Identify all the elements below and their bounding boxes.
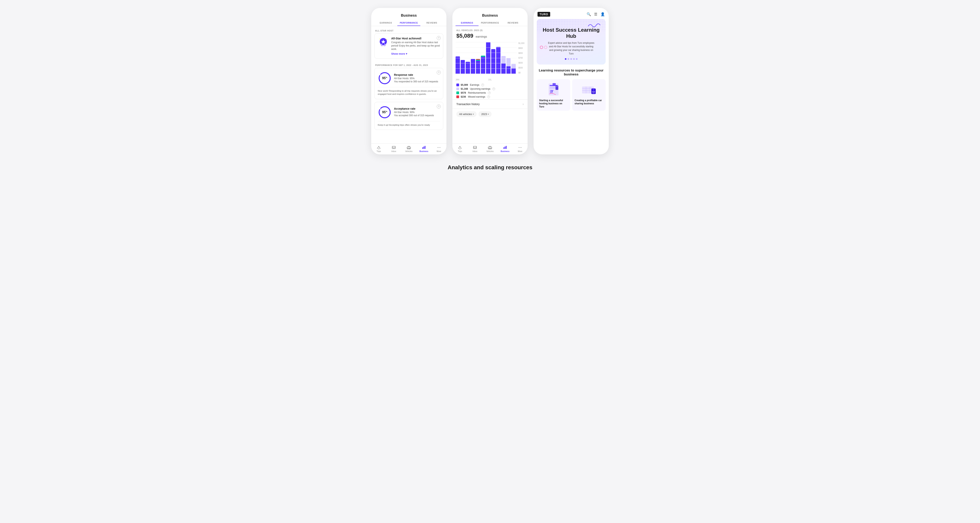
chart-bars <box>455 42 525 74</box>
nav-trips-2[interactable]: Trips <box>452 145 468 153</box>
legend-earnings: $5,089 Earnings ? <box>457 84 523 86</box>
nav-vehicles-2[interactable]: Vehicles <box>482 145 498 153</box>
filter-row: All vehicles ▾ 2023 ▾ <box>452 109 528 119</box>
legend-upcoming-label: Upcoming earnings <box>470 87 490 90</box>
legend-reimb-label: Reimbursements <box>468 91 486 94</box>
legend-upcoming-help[interactable]: ? <box>492 87 495 90</box>
menu-icon[interactable]: ☰ <box>594 12 597 16</box>
dot-4[interactable] <box>573 58 575 60</box>
nav-inbox-label-2: Inbox <box>473 150 477 153</box>
phone1-title: Business <box>401 13 417 17</box>
legend-missed-help[interactable]: ? <box>487 95 490 98</box>
nav-inbox-1[interactable]: Inbox <box>386 145 401 153</box>
nav-more-label-2: More <box>518 150 522 153</box>
tab-performance-2[interactable]: PERFORMANCE <box>479 20 501 26</box>
resource-card-1[interactable]: Starting a successful hosting business o… <box>537 79 570 111</box>
earnings-summary: ALL VEHICLES: 2023 (3) $5,089 earnings <box>452 26 528 41</box>
turo-header: TURO 🔍 ☰ 👤 <box>533 8 609 19</box>
svg-rect-16 <box>422 147 423 149</box>
nav-business-label-2: Business <box>501 150 509 153</box>
legend-earnings-help[interactable]: ? <box>481 84 484 86</box>
legend-reimb-dot <box>457 91 459 94</box>
nav-vehicles-label-2: Vehicles <box>486 150 493 153</box>
dot-1[interactable] <box>565 58 566 60</box>
phone-3: TURO 🔍 ☰ 👤 <box>533 8 609 154</box>
phone2-title: Business <box>482 13 498 17</box>
resource-card-1-image <box>539 81 568 97</box>
legend-missed: $236 Missed earnings ? <box>457 95 523 98</box>
legend-missed-dot <box>457 95 459 98</box>
phone2-header: Business <box>452 8 528 20</box>
response-description: Nice work! Responding to all trip reques… <box>378 87 440 95</box>
response-help-icon[interactable]: ? <box>437 70 441 75</box>
transaction-history-row[interactable]: Transaction history › <box>452 99 528 109</box>
phone3-content: Host Success Learning Hub Expert advice … <box>533 19 609 154</box>
svg-rect-11 <box>378 149 380 149</box>
nav-vehicles-label-1: Vehicles <box>405 150 412 153</box>
hero-section: Host Success Learning Hub Expert advice … <box>537 19 606 65</box>
filter-vehicles-button[interactable]: All vehicles ▾ <box>457 111 477 117</box>
svg-rect-40 <box>556 86 558 87</box>
svg-rect-28 <box>505 146 506 149</box>
allstar-desc: Congrats on earning All-Star Host status… <box>391 41 440 51</box>
legend-upcoming: $1,348 Upcoming earnings ? <box>457 87 523 90</box>
response-info: Response rate All-Star Hosts: 95% You re… <box>394 73 438 83</box>
transaction-arrow-icon: › <box>523 102 523 106</box>
svg-rect-29 <box>506 146 507 149</box>
svg-rect-48 <box>592 91 595 92</box>
nav-vehicles-1[interactable]: Vehicles <box>401 145 416 153</box>
search-icon[interactable]: 🔍 <box>587 12 591 16</box>
svg-point-31 <box>520 147 520 148</box>
show-more-button[interactable]: Show more ▾ <box>391 52 440 55</box>
acceptance-description: Keep it up! Accepting trips often shows … <box>378 121 440 127</box>
performance-section-label: PERFORMANCE FOR SEP 1, 2022 - AUG 31, 20… <box>371 62 447 68</box>
resource-card-2[interactable]: Creating a profitable car sharing busine… <box>572 79 606 111</box>
dot-2[interactable] <box>568 58 569 60</box>
legend-reimb-help[interactable]: ? <box>488 91 491 94</box>
turo-logo: TURO <box>538 12 550 17</box>
year-filter-arrow: ▾ <box>488 113 489 115</box>
legend-reimbursements: $578 Reimbursements ? <box>457 91 523 94</box>
allstar-help-icon[interactable]: ? <box>437 36 441 40</box>
tab-reviews-2[interactable]: REVIEWS <box>501 20 525 26</box>
user-icon[interactable]: 👤 <box>600 12 605 16</box>
svg-point-32 <box>521 147 522 148</box>
svg-point-30 <box>519 147 519 148</box>
dot-3[interactable] <box>570 58 572 60</box>
legend-reimb-amount: $578 <box>461 91 466 94</box>
analytics-title: Analytics and scaling resources <box>448 164 532 171</box>
nav-inbox-label-1: Inbox <box>391 150 396 153</box>
tab-earnings-2[interactable]: EARNINGS <box>455 20 479 26</box>
svg-point-20 <box>439 147 439 148</box>
legend-missed-amount: $236 <box>461 95 466 98</box>
nav-more-2[interactable]: More <box>512 145 528 153</box>
nav-business-2[interactable]: Business <box>498 145 512 153</box>
hero-pagination-dots <box>541 58 602 60</box>
nav-inbox-2[interactable]: Inbox <box>468 145 482 153</box>
phone1-tabs: EARNINGS PERFORMANCE REVIEWS <box>371 20 447 26</box>
nav-business-label-1: Business <box>420 150 428 153</box>
phone1-bottom-nav: Trips Inbox Vehicles Business More <box>371 143 447 154</box>
chart-x-labels: JAN JUL <box>455 78 525 81</box>
tab-performance-1[interactable]: PERFORMANCE <box>397 20 420 26</box>
allstar-text: All-Star Host achieved! Congrats on earn… <box>391 37 440 55</box>
svg-rect-17 <box>423 146 424 149</box>
nav-more-label-1: More <box>437 150 441 153</box>
nav-more-1[interactable]: More <box>431 145 447 153</box>
tab-reviews-1[interactable]: REVIEWS <box>420 20 443 26</box>
filter-year-button[interactable]: 2023 ▾ <box>479 111 492 117</box>
dot-5[interactable] <box>576 58 578 60</box>
legend-earnings-amount: $5,089 <box>461 84 468 86</box>
nav-business-1[interactable]: Business <box>416 145 431 153</box>
allstar-title: All-Star Host achieved! <box>391 37 440 40</box>
legend-upcoming-dot <box>457 87 459 90</box>
nav-trips-1[interactable]: Trips <box>371 145 386 153</box>
phone-2: Business EARNINGS PERFORMANCE REVIEWS AL… <box>452 8 528 154</box>
acceptance-gauge-value: 95% <box>382 110 387 114</box>
tab-earnings-1[interactable]: EARNINGS <box>374 20 397 26</box>
acceptance-help-icon[interactable]: ? <box>437 105 441 108</box>
svg-point-19 <box>438 147 438 148</box>
response-rate-card: 95% Response rate All-Star Hosts: 95% Yo… <box>374 68 443 99</box>
response-subtitle: All-Star Hosts: 95% <box>394 77 438 80</box>
learning-section: Learning resources to supercharge your b… <box>533 65 609 111</box>
